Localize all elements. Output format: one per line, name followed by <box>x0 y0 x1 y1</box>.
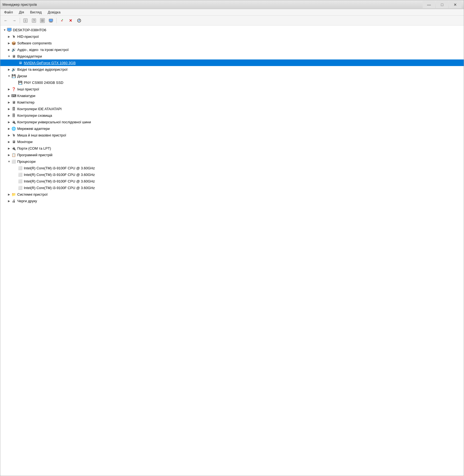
expander-hid: ▶ <box>7 34 11 39</box>
label-computer: Комп'ютер <box>17 100 34 104</box>
icon-system: 📁 <box>11 192 16 197</box>
tree-item-audio-input[interactable]: ▶🔊Вхідні та вихідні аудіопристрої <box>0 66 464 73</box>
help-button[interactable]: ? <box>30 17 38 24</box>
tree-item-video-adapters[interactable]: ▼🖥Відеоадаптери <box>0 53 464 59</box>
computer-button[interactable] <box>47 17 55 24</box>
icon-keyboard: ⌨ <box>11 93 16 98</box>
toolbar-separator-2 <box>56 18 57 23</box>
menu-help[interactable]: Довідка <box>45 10 63 15</box>
menu-action[interactable]: Дія <box>16 10 27 15</box>
label-pny: PNY CS900 240GB SSD <box>24 81 63 85</box>
tree-item-computer[interactable]: ▶🖥Комп'ютер <box>0 99 464 106</box>
tree-item-processors[interactable]: ▼⬜Процесори <box>0 158 464 165</box>
red-x-button[interactable]: ✕ <box>67 17 74 24</box>
scan-button[interactable] <box>39 17 46 24</box>
minimize-button[interactable]: — <box>423 1 435 8</box>
label-monitors: Монітори <box>17 140 33 144</box>
label-software: Software components <box>17 41 52 45</box>
expander-cpu1 <box>13 166 18 170</box>
computer-icon <box>48 18 53 23</box>
label-video-adapters: Відеоадаптери <box>17 54 42 58</box>
tree-item-mouse[interactable]: ▶🖱Миша й інші вказівні пристрої <box>0 132 464 138</box>
close-button[interactable]: ✕ <box>449 1 462 8</box>
tree-item-ide[interactable]: ▶🗄Контролери IDE ATA/ATAPI <box>0 106 464 112</box>
label-disks: Диски <box>17 74 27 78</box>
icon-disks: 💾 <box>11 73 16 78</box>
label-print: Черги друку <box>17 199 37 203</box>
expander-system: ▶ <box>7 192 11 196</box>
tree-item-audio-video[interactable]: ▶🔊Аудіо-, відео- та ігрові пристрої <box>0 46 464 53</box>
label-usb: Контролери універсальної послідовної шин… <box>17 120 91 124</box>
scan-icon <box>40 18 45 23</box>
menu-view[interactable]: Вигляд <box>27 10 45 15</box>
tree-item-system[interactable]: ▶📁Системні пристрої <box>0 191 464 198</box>
expander-cpu4 <box>13 186 18 190</box>
tree-item-software[interactable]: ▶📦Software components <box>0 40 464 46</box>
properties-button[interactable]: i <box>22 17 29 24</box>
svg-point-12 <box>79 20 80 21</box>
icon-video-adapters: 🖥 <box>11 54 16 59</box>
icon-hid: 🖱 <box>11 34 16 39</box>
expander-ports: ▶ <box>7 146 11 150</box>
expander-computer: ▶ <box>7 100 11 104</box>
update-button[interactable]: ✕ <box>58 17 66 24</box>
maximize-button[interactable]: □ <box>436 1 448 8</box>
refresh-button[interactable] <box>75 17 83 24</box>
refresh-icon <box>77 18 82 23</box>
tree-item-cpu4[interactable]: ⬜Intel(R) Core(TM) i3-9100F CPU @ 3.60GH… <box>0 184 464 191</box>
root-label: DESKTOP-038НТО6 <box>13 28 46 32</box>
expander-cpu2 <box>13 172 18 177</box>
back-button[interactable]: ← <box>2 17 10 24</box>
root-expander: ▼ <box>2 28 7 32</box>
icon-gpu: 🖥 <box>18 60 23 65</box>
svg-rect-7 <box>50 22 52 22</box>
tree-item-ports[interactable]: ▶🔌Порти (COM та LPT) <box>0 145 464 152</box>
forward-button[interactable]: → <box>10 17 18 24</box>
toolbar: ← → i ? <box>0 16 464 25</box>
expander-keyboard: ▶ <box>7 93 11 98</box>
label-gpu: NVIDIA GeForce GTX 1060 3GB <box>24 61 76 65</box>
tree-item-keyboard[interactable]: ▶⌨Клавіатури <box>0 92 464 99</box>
icon-monitors: 🖥 <box>11 139 16 144</box>
label-cpu2: Intel(R) Core(TM) i3-9100F CPU @ 3.60GHz <box>24 173 95 177</box>
tree-item-prog[interactable]: ▶📋Програмний пристрій <box>0 152 464 158</box>
tree-item-cpu3[interactable]: ⬜Intel(R) Core(TM) i3-9100F CPU @ 3.60GH… <box>0 178 464 184</box>
tree-item-hid[interactable]: ▶🖱HID-пристрої <box>0 33 464 40</box>
tree-item-network[interactable]: ▶🌐Мережеві адаптери <box>0 125 464 132</box>
expander-gpu <box>13 61 18 65</box>
icon-cpu2: ⬜ <box>18 172 23 177</box>
label-prog: Програмний пристрій <box>17 153 53 157</box>
expander-prog: ▶ <box>7 153 11 157</box>
svg-rect-16 <box>8 32 11 32</box>
tree-item-print[interactable]: ▶🖨Черги друку <box>0 198 464 204</box>
tree-item-cpu2[interactable]: ⬜Intel(R) Core(TM) i3-9100F CPU @ 3.60GH… <box>0 171 464 178</box>
expander-audio-video: ▶ <box>7 47 11 52</box>
tree-item-usb[interactable]: ▶🔌Контролери універсальної послідовної ш… <box>0 119 464 125</box>
icon-audio-video: 🔊 <box>11 47 16 52</box>
tree-item-disks[interactable]: ▼💾Диски <box>0 73 464 79</box>
tree-item-pny[interactable]: 💾PNY CS900 240GB SSD <box>0 79 464 86</box>
expander-cpu3 <box>13 179 18 183</box>
tree-item-cpu1[interactable]: ⬜Intel(R) Core(TM) i3-9100F CPU @ 3.60GH… <box>0 165 464 171</box>
label-ports: Порти (COM та LPT) <box>17 146 51 150</box>
tree-item-storage[interactable]: ▶🗄Контролери сховища <box>0 112 464 119</box>
menu-file[interactable]: Файл <box>1 10 16 15</box>
svg-rect-15 <box>8 31 10 32</box>
label-cpu3: Intel(R) Core(TM) i3-9100F CPU @ 3.60GHz <box>24 179 95 183</box>
toolbar-separator-1 <box>20 18 20 23</box>
icon-software: 📦 <box>11 41 16 45</box>
label-other: Інші пристрої <box>17 87 39 91</box>
icon-cpu3: ⬜ <box>18 179 23 184</box>
icon-computer: 🖥 <box>11 100 16 105</box>
label-cpu1: Intel(R) Core(TM) i3-9100F CPU @ 3.60GHz <box>24 166 95 170</box>
window-title: Менеджер пристроїв <box>2 2 37 7</box>
tree-item-gpu[interactable]: 🖥NVIDIA GeForce GTX 1060 3GB <box>0 59 464 66</box>
icon-mouse: 🖱 <box>11 133 16 138</box>
expander-monitors: ▶ <box>7 139 11 144</box>
icon-print: 🖨 <box>11 198 16 203</box>
tree-item-monitors[interactable]: ▶🖥Монітори <box>0 138 464 145</box>
help-icon: ? <box>31 18 36 23</box>
tree-item-other[interactable]: ▶❓Інші пристрої <box>0 86 464 92</box>
root-item[interactable]: ▼ DESKTOP-038НТО6 <box>0 27 464 33</box>
expander-software: ▶ <box>7 41 11 45</box>
